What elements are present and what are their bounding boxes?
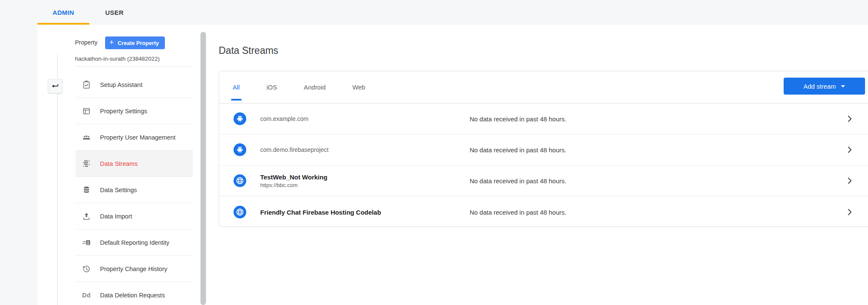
history-icon: [81, 264, 92, 274]
sidebar-item-label: Data Deletion Requests: [100, 292, 165, 299]
stream-row[interactable]: TestWeb_Not Workinghttps://bbc.comNo dat…: [219, 165, 868, 196]
sidebar-item-data-settings[interactable]: Data Settings: [75, 177, 193, 203]
stream-status: No data received in past 48 hours.: [470, 146, 566, 154]
stream-name: Friendly Chat Firebase Hosting Codelab: [260, 208, 381, 215]
sidebar-item-property-settings[interactable]: Property Settings: [75, 98, 193, 124]
sidebar-item-setup-assistant[interactable]: Setup Assistant: [75, 72, 193, 98]
sidebar-scrollbar[interactable]: [200, 32, 206, 305]
sidebar-item-label: Property User Management: [100, 134, 175, 141]
data-streams-icon: [81, 159, 92, 169]
stream-row[interactable]: Friendly Chat Firebase Hosting CodelabNo…: [219, 196, 868, 227]
stream-name-block: TestWeb_Not Workinghttps://bbc.com: [260, 173, 327, 188]
stream-name-block: Friendly Chat Firebase Hosting Codelab: [260, 208, 381, 215]
sidebar-item-data-deletion-requests[interactable]: DdData Deletion Requests: [75, 282, 193, 305]
add-stream-button[interactable]: Add stream: [784, 78, 865, 95]
globe-icon: [234, 174, 246, 187]
database-icon: [81, 185, 92, 195]
identity-card-icon: [81, 238, 92, 248]
stream-status: No data received in past 48 hours.: [470, 177, 566, 185]
sidebar-divider: [75, 66, 193, 67]
stream-status: No data received in past 48 hours.: [470, 115, 566, 123]
people-icon: [81, 132, 92, 143]
top-tab-bar: ADMIN USER: [0, 0, 868, 25]
chevron-right-icon[interactable]: [845, 207, 854, 217]
plus-icon: +: [109, 39, 114, 46]
dd-text-icon: Dd: [81, 290, 92, 300]
chevron-right-icon[interactable]: [845, 145, 854, 154]
tab-web[interactable]: Web: [352, 71, 365, 103]
globe-icon: [234, 206, 246, 218]
return-left-arrow-icon: [50, 81, 60, 91]
tab-user[interactable]: USER: [89, 0, 139, 25]
property-name: hackathon-in-surath (238482022): [75, 56, 160, 62]
android-icon: [234, 112, 246, 125]
sidebar-item-label: Property Change History: [100, 266, 167, 272]
stream-list: com.example.comNo data received in past …: [219, 104, 868, 227]
stream-name: TestWeb_Not Working: [260, 173, 327, 181]
stream-name: com.example.com: [260, 115, 309, 122]
ga-admin-page: { "top_tabs": [ {"id": "admin", "label":…: [0, 0, 868, 305]
add-stream-label: Add stream: [804, 83, 836, 90]
tab-android[interactable]: Android: [304, 71, 326, 103]
tab-ios[interactable]: iOS: [267, 71, 277, 103]
tab-admin[interactable]: ADMIN: [37, 0, 89, 25]
left-gutter: [0, 25, 37, 305]
sidebar-item-label: Data Import: [100, 213, 132, 220]
property-section-label: Property: [75, 39, 97, 46]
stream-status: No data received in past 48 hours.: [470, 208, 566, 215]
tab-all[interactable]: All: [233, 71, 240, 103]
upload-icon: [81, 211, 92, 221]
sidebar-item-label: Data Streams: [100, 160, 138, 167]
sidebar-item-property-user-management[interactable]: Property User Management: [75, 124, 193, 151]
create-property-label: Create Property: [118, 40, 159, 46]
sidebar-item-label: Data Settings: [100, 187, 137, 193]
stream-name: com.demo.firebaseproject: [260, 146, 328, 153]
data-streams-card: AlliOSAndroidWeb Add stream com.example.…: [219, 71, 868, 227]
clipboard-check-icon: [81, 80, 92, 90]
chevron-right-icon[interactable]: [845, 176, 854, 185]
sidebar-item-label: Setup Assistant: [100, 81, 142, 88]
caret-down-icon: [841, 85, 845, 87]
create-property-button[interactable]: + Create Property: [105, 36, 165, 49]
stream-name-block: com.example.com: [260, 115, 309, 122]
sidebar-item-property-change-history[interactable]: Property Change History: [75, 256, 193, 282]
sidebar-item-data-streams[interactable]: Data Streams: [75, 151, 193, 177]
stream-filter-tabs: AlliOSAndroidWeb: [233, 71, 365, 103]
window-layout-icon: [81, 106, 92, 116]
stream-row[interactable]: com.demo.firebaseprojectNo data received…: [219, 134, 868, 165]
property-settings-menu: Setup Assistant Property Settings Proper…: [75, 72, 193, 305]
stream-url: https://bbc.com: [260, 182, 327, 188]
stream-name-block: com.demo.firebaseproject: [260, 146, 328, 153]
sidebar-item-label: Default Reporting Identity: [100, 239, 170, 246]
android-icon: [234, 143, 246, 156]
sidebar-item-data-import[interactable]: Data Import: [75, 203, 193, 229]
stream-filter-tab-bar: AlliOSAndroidWeb Add stream: [219, 71, 868, 104]
sidebar-item-default-reporting-identity[interactable]: Default Reporting Identity: [75, 229, 193, 256]
sidebar-item-label: Property Settings: [100, 108, 147, 115]
chevron-right-icon[interactable]: [845, 114, 854, 123]
stream-row[interactable]: com.example.comNo data received in past …: [219, 104, 868, 134]
collapse-sidebar-button[interactable]: [48, 79, 62, 93]
page-title: Data Streams: [219, 45, 278, 56]
